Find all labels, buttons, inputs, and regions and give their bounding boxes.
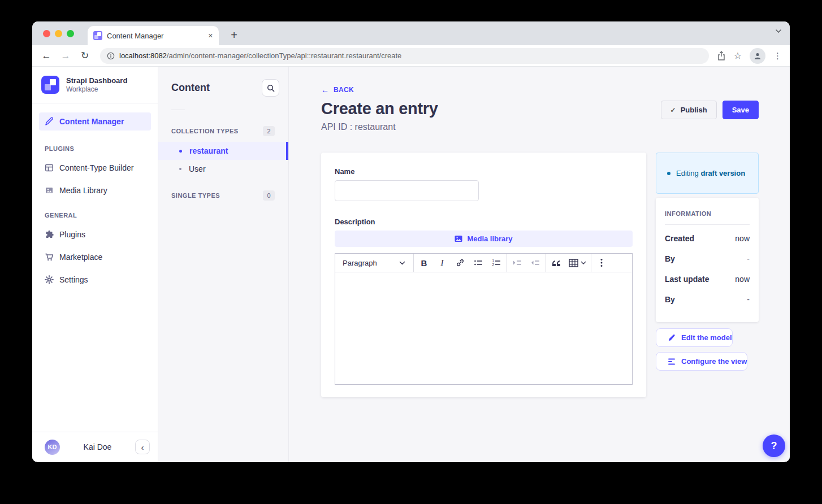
sidebar-item-label: Marketplace	[59, 253, 102, 262]
svg-text:2: 2	[492, 263, 495, 267]
numbered-list-button[interactable]: 12	[488, 255, 505, 271]
indent-button[interactable]	[509, 255, 526, 271]
draft-status-box: Editing draft version	[656, 153, 759, 194]
cart-icon	[45, 253, 54, 262]
chevron-down-icon	[581, 261, 586, 265]
browser-tab-strip: Content Manager ✕ +	[32, 21, 790, 45]
information-title: INFORMATION	[665, 210, 750, 217]
image-icon	[455, 235, 462, 242]
description-editor-area[interactable]	[335, 272, 632, 384]
configure-view-button[interactable]: Configure the view	[656, 352, 747, 371]
more-options-button[interactable]	[593, 255, 610, 271]
tab-search-chevron-icon[interactable]	[775, 29, 782, 33]
bullet-icon	[179, 150, 182, 153]
editor-toolbar: Paragraph B I	[335, 254, 632, 272]
sidebar-item-label: Content Manager	[59, 117, 124, 126]
draft-dot-icon	[667, 172, 670, 175]
subnav-item-label: restaurant	[189, 146, 228, 155]
draft-status-text: Editing draft version	[676, 168, 745, 179]
browser-window: Content Manager ✕ + ← → ↻ localhost:8082…	[32, 21, 790, 462]
info-row-last-update: Last update now	[665, 269, 750, 289]
block-style-select[interactable]: Paragraph	[335, 254, 412, 272]
share-icon[interactable]	[717, 51, 726, 61]
zoom-window-button[interactable]	[67, 30, 74, 37]
sidebar-item-marketplace[interactable]: Marketplace	[39, 248, 151, 266]
configure-lines-icon	[668, 358, 676, 365]
subnav-item-user[interactable]: User	[158, 160, 288, 178]
subnav-title: Content	[171, 82, 210, 94]
outdent-button[interactable]	[527, 255, 544, 271]
browser-refresh-button[interactable]: ↻	[77, 50, 92, 62]
browser-forward-button[interactable]: →	[58, 50, 73, 62]
bookmark-star-icon[interactable]: ☆	[734, 50, 742, 61]
subnav-item-label: User	[189, 164, 206, 173]
bulleted-list-button[interactable]	[470, 255, 487, 271]
back-arrow-icon: ←	[321, 85, 329, 94]
tab-title: Content Manager	[107, 32, 204, 40]
user-name: Kai Doe	[66, 442, 129, 451]
close-tab-icon[interactable]: ✕	[208, 32, 213, 40]
content-subnav: Content COLLECTION TYPES 2 restaurant Us…	[158, 67, 289, 462]
single-types-header: SINGLE TYPES 0	[158, 178, 288, 206]
sidebar-item-plugins[interactable]: Plugins	[39, 225, 151, 244]
close-window-button[interactable]	[43, 30, 50, 37]
sidebar-user-footer: KD Kai Doe ‹	[32, 432, 158, 462]
link-button[interactable]	[452, 255, 469, 271]
chevron-down-icon	[399, 261, 405, 265]
browser-menu-icon[interactable]: ⋮	[773, 51, 782, 61]
svg-text:1: 1	[492, 259, 495, 263]
help-button[interactable]: ?	[763, 435, 785, 457]
url-text[interactable]: localhost:8082/admin/content-manager/col…	[119, 51, 401, 60]
table-button[interactable]	[565, 259, 590, 267]
site-info-icon[interactable]	[107, 52, 115, 60]
collection-types-count-badge: 2	[263, 126, 275, 136]
main-panel: ← BACK Create an entry API ID : restaura…	[289, 67, 790, 462]
browser-profile-avatar[interactable]	[750, 48, 765, 64]
puzzle-icon	[45, 230, 54, 239]
address-bar[interactable]: localhost:8082/admin/content-manager/col…	[100, 48, 709, 64]
single-types-count-badge: 0	[263, 190, 275, 201]
sidebar-item-content-type-builder[interactable]: Content-Type Builder	[39, 159, 151, 177]
sidebar-item-label: Content-Type Builder	[59, 163, 134, 172]
media-library-button[interactable]: Media library	[335, 231, 633, 247]
workspace-brand[interactable]: Strapi Dashboard Workplace	[32, 67, 158, 103]
info-row-created: Created now	[665, 228, 750, 249]
browser-tab[interactable]: Content Manager ✕	[88, 26, 219, 45]
collection-types-header: COLLECTION TYPES 2	[158, 118, 288, 142]
window-controls[interactable]	[43, 30, 74, 37]
publish-button[interactable]: ✓ Publish	[661, 101, 717, 119]
api-id-subtitle: API ID : restaurant	[321, 122, 438, 132]
blockquote-button[interactable]	[548, 255, 565, 271]
user-avatar[interactable]: KD	[45, 440, 60, 455]
subnav-divider	[171, 110, 185, 110]
name-input[interactable]	[335, 180, 479, 201]
new-tab-button[interactable]: +	[227, 28, 241, 42]
workspace-title: Strapi Dashboard	[66, 76, 127, 85]
url-host: localhost:8082	[119, 51, 167, 60]
italic-button[interactable]: I	[434, 255, 451, 271]
pencil-icon	[668, 334, 676, 341]
entry-form-card: Name Description Media library Paragraph	[321, 153, 646, 397]
sidebar-divider	[32, 103, 158, 103]
workspace-subtitle: Workplace	[66, 85, 127, 93]
browser-back-button[interactable]: ←	[39, 50, 54, 62]
info-row-updated-by: By -	[665, 289, 750, 310]
save-button[interactable]: Save	[723, 101, 759, 119]
collapse-sidebar-button[interactable]: ‹	[135, 440, 150, 454]
back-link[interactable]: ← BACK	[321, 85, 354, 94]
url-path: /admin/content-manager/collectionType/ap…	[167, 51, 402, 60]
edit-model-button[interactable]: Edit the model	[656, 328, 733, 347]
sidebar-item-content-manager[interactable]: Content Manager	[39, 112, 151, 131]
name-field-label: Name	[335, 167, 633, 176]
sidebar-item-label: Plugins	[59, 230, 85, 239]
sidebar-item-label: Media Library	[59, 186, 107, 195]
subnav-item-restaurant[interactable]: restaurant	[158, 142, 288, 160]
bold-button[interactable]: B	[416, 255, 432, 271]
browser-toolbar: ← → ↻ localhost:8082/admin/content-manag…	[32, 45, 790, 67]
minimize-window-button[interactable]	[55, 30, 62, 37]
page-title: Create an entry	[321, 99, 438, 118]
pen-icon	[45, 117, 54, 126]
search-button[interactable]	[262, 79, 279, 97]
sidebar-item-media-library[interactable]: Media Library	[39, 181, 151, 199]
sidebar-item-settings[interactable]: Settings	[39, 271, 151, 289]
